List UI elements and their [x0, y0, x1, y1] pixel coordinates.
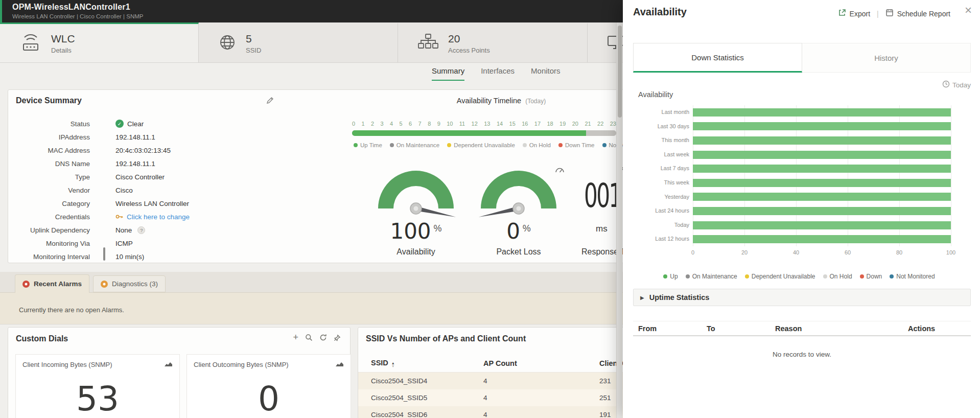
chart-bar[interactable]: [693, 221, 951, 229]
mini-chart-icon[interactable]: [164, 360, 173, 369]
chart-bar[interactable]: [693, 165, 951, 173]
chart-categories: Last monthLast 30 daysThis monthLast wee…: [638, 105, 689, 246]
field-label: Type: [8, 173, 90, 181]
card-subtitle: SSID: [246, 47, 261, 54]
timeline-hour-label: 18: [547, 121, 553, 127]
legend-dot: [890, 274, 894, 278]
no-alarms-text: Currently there are no open Alarms.: [19, 306, 124, 314]
tab-down-statistics[interactable]: Down Statistics: [633, 43, 802, 73]
response-time-unit: ms: [596, 224, 608, 234]
export-button[interactable]: Export: [838, 9, 870, 18]
summary-field-row: VendorCisco: [8, 183, 335, 197]
timeline-hour-label: 7: [418, 121, 422, 127]
legend-dot: [823, 274, 827, 278]
column-header-reason: Reason: [770, 324, 903, 333]
timeline-bar[interactable]: [352, 130, 616, 136]
summary-field-row: CategoryWireless LAN Controller: [8, 197, 335, 210]
schedule-report-button[interactable]: Schedule Report: [885, 9, 950, 18]
sort-desc-icon: ▼: [391, 365, 395, 368]
column-header-to: To: [702, 324, 770, 333]
chart-bar[interactable]: [693, 136, 951, 145]
timeline-hour-label: 19: [559, 121, 566, 127]
tab-interfaces[interactable]: Interfaces: [481, 66, 515, 81]
chart-bar[interactable]: [693, 179, 951, 187]
field-label: Monitoring Interval: [8, 253, 90, 261]
chart-category-label: Last 12 hours: [638, 232, 689, 246]
dial-client-incoming-bytes: Client Incoming Bytes (SNMP) 53: [15, 354, 180, 418]
chart-bar[interactable]: [693, 151, 951, 159]
field-label: DNS Name: [8, 160, 90, 168]
legend-item: Up: [663, 273, 678, 280]
column-header-ssid[interactable]: SSID▲▼: [371, 359, 483, 368]
field-value-text: Clear: [127, 120, 144, 128]
tab-monitors[interactable]: Monitors: [531, 66, 561, 81]
fields-scrollbar-thumb[interactable]: [103, 247, 105, 261]
search-icon[interactable]: [305, 334, 313, 341]
availability-bar-chart: Last monthLast 30 daysThis monthLast wee…: [638, 105, 960, 259]
uptime-statistics-label: Uptime Statistics: [649, 293, 710, 301]
credentials-change-link[interactable]: Click here to change: [127, 213, 190, 221]
timeline-hour-label: 0: [352, 121, 355, 127]
tab-diagnostics[interactable]: Diagnostics (3): [93, 275, 166, 292]
custom-dials-toolbar: +: [293, 334, 341, 341]
main-scrollbar[interactable]: [616, 22, 622, 418]
card-access-points[interactable]: 20 Access Points: [398, 22, 588, 62]
chart-bar[interactable]: [693, 108, 951, 117]
today-label: Today: [952, 81, 971, 89]
summary-field-row: TypeCisco Controller: [8, 170, 335, 183]
panel-title: Availability: [633, 6, 687, 18]
legend-item: Dependent Unavailable: [447, 142, 515, 148]
close-icon[interactable]: ×: [965, 4, 972, 16]
panel-tabs: Down Statistics History: [633, 43, 971, 73]
legend-label: Up Time: [360, 142, 382, 148]
refresh-icon[interactable]: [319, 334, 327, 341]
ssid-table-title: SSID Vs Number of APs and Client Count: [366, 334, 526, 343]
chart-bar-row: [693, 161, 951, 176]
card-wlc-details[interactable]: WLC Details: [0, 22, 199, 62]
field-value-text: None: [115, 226, 132, 234]
dial-header: Client Outcoming Bytes (SNMP): [187, 355, 351, 369]
availability-gauge-label: Availability: [370, 247, 462, 257]
custom-dials-title: Custom Dials: [16, 334, 68, 343]
help-icon[interactable]: ?: [137, 226, 145, 234]
chart-bar-row: [693, 105, 951, 120]
uptime-statistics-toggle[interactable]: ▶ Uptime Statistics: [633, 289, 971, 306]
chart-ticks: 020406080100: [693, 249, 951, 257]
timeline-hour-label: 8: [428, 121, 431, 127]
chart-tick-label: 80: [896, 249, 902, 256]
pin-icon[interactable]: [334, 334, 341, 341]
timeline-hour-label: 21: [585, 121, 591, 127]
summary-field-row: MAC Address20:4c:03:02:13:45: [8, 144, 335, 157]
table-cell: Cisco2504_SSID5: [371, 394, 483, 402]
tab-recent-alarms[interactable]: Recent Alarms: [15, 274, 89, 293]
chart-bar-row: [693, 176, 951, 190]
edit-icon[interactable]: [266, 97, 274, 104]
card-title: 20: [448, 33, 490, 45]
sort-icon[interactable]: ▲▼: [391, 362, 395, 368]
summary-field-row: DNS Name192.148.11.1: [8, 157, 335, 170]
calendar-icon: [885, 9, 894, 18]
scrollbar-thumb[interactable]: [618, 26, 622, 118]
chart-bar[interactable]: [693, 207, 951, 215]
chart-category-label: Today: [638, 218, 689, 233]
chart-bar[interactable]: [693, 122, 951, 130]
field-value-text: Wireless LAN Controller: [115, 200, 189, 207]
chart-category-label: Last week: [638, 148, 689, 162]
device-name: OPM-WirelessLANController1: [12, 3, 130, 12]
legend-label: On Hold: [529, 142, 551, 148]
tab-summary[interactable]: Summary: [432, 66, 464, 81]
legend-item: Not Monitored: [890, 273, 935, 280]
tab-history[interactable]: History: [802, 43, 971, 73]
column-header-ap-count[interactable]: AP Count: [483, 359, 599, 367]
timeline-hour-label: 22: [597, 121, 603, 127]
chart-bar[interactable]: [693, 193, 951, 201]
summary-field-row: Monitoring ViaICMP: [8, 237, 335, 250]
timeline-hour-label: 5: [400, 121, 403, 127]
mini-chart-icon[interactable]: [335, 360, 344, 369]
today-button[interactable]: Today: [942, 80, 971, 89]
panel-actions: Export | Schedule Report: [838, 9, 950, 18]
legend-dot: [602, 143, 606, 147]
add-dial-icon[interactable]: +: [293, 334, 298, 341]
chart-bar[interactable]: [693, 235, 951, 243]
card-ssid[interactable]: 5 SSID: [199, 22, 398, 62]
